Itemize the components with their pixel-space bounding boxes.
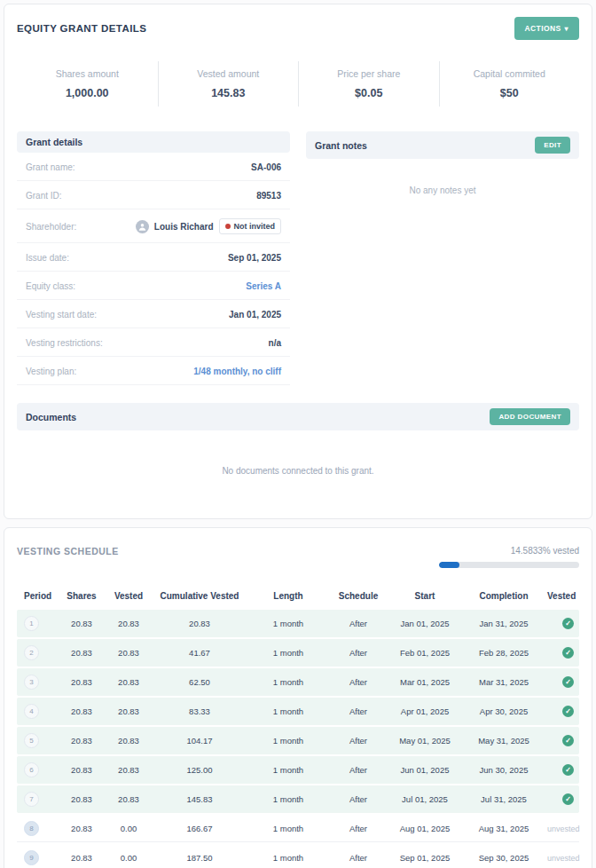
cumulative-cell: 166.67 bbox=[150, 824, 249, 833]
page-title: EQUITY GRANT DETAILS bbox=[17, 23, 146, 34]
shares-cell: 20.83 bbox=[56, 619, 107, 628]
period-number: 2 bbox=[24, 645, 39, 660]
schedule-cell: After bbox=[327, 706, 389, 716]
length-cell: 1 month bbox=[249, 648, 327, 658]
schedule-cell: After bbox=[327, 765, 389, 775]
detail-value: 89513 bbox=[256, 191, 281, 201]
stat-label: Price per share bbox=[299, 68, 439, 79]
detail-label: Shareholder: bbox=[26, 222, 76, 232]
vested-status-cell: ✓ bbox=[547, 706, 579, 717]
vested-status-cell: ✓ bbox=[547, 647, 579, 659]
shareholder-name: Louis Richard bbox=[154, 222, 214, 232]
period-number: 8 bbox=[24, 821, 39, 836]
detail-label: Vesting start date: bbox=[26, 310, 97, 320]
period-number: 7 bbox=[24, 792, 39, 807]
shares-cell: 20.83 bbox=[56, 853, 107, 863]
period-number: 9 bbox=[24, 850, 39, 865]
cumulative-cell: 187.50 bbox=[150, 853, 249, 863]
vested-check-icon: ✓ bbox=[562, 676, 574, 688]
stat-value: 145.83 bbox=[159, 87, 299, 99]
vested-cell: 20.83 bbox=[107, 736, 150, 746]
start-cell: Apr 01, 2025 bbox=[389, 706, 460, 716]
shares-cell: 20.83 bbox=[56, 706, 107, 716]
status-dot-icon bbox=[225, 224, 231, 229]
completion-cell: Apr 30, 2025 bbox=[460, 706, 547, 716]
detail-value-link[interactable]: Series A bbox=[246, 281, 281, 291]
grant-detail-row: Grant ID:89513 bbox=[17, 181, 290, 209]
period-number: 5 bbox=[24, 733, 39, 748]
vested-status-cell: ✓ bbox=[547, 618, 579, 629]
column-header: Length bbox=[249, 591, 327, 601]
completion-cell: Mar 31, 2025 bbox=[460, 677, 547, 687]
detail-label: Vesting restrictions: bbox=[26, 338, 103, 348]
completion-cell: Jul 31, 2025 bbox=[460, 794, 547, 804]
schedule-cell: After bbox=[327, 648, 389, 658]
column-header: Vested bbox=[547, 591, 581, 601]
add-document-button[interactable]: ADD DOCUMENT bbox=[490, 408, 570, 425]
stat-value: $50 bbox=[440, 87, 580, 99]
stat-label: Vested amount bbox=[159, 68, 299, 79]
grant-detail-row: Equity class:Series A bbox=[17, 272, 290, 300]
vesting-table-body: 120.8320.8320.831 monthAfterJan 01, 2025… bbox=[17, 610, 579, 868]
stats-row: Shares amount1,000.00Vested amount145.83… bbox=[17, 56, 579, 119]
stat-card: Capital commited$50 bbox=[439, 61, 580, 107]
stat-card: Shares amount1,000.00 bbox=[17, 61, 158, 107]
start-cell: Sep 01, 2025 bbox=[389, 853, 460, 863]
detail-label: Equity class: bbox=[26, 281, 75, 291]
schedule-cell: After bbox=[327, 736, 389, 746]
grant-detail-row: Grant name:SA-006 bbox=[17, 153, 290, 181]
chevron-down-icon: ▾ bbox=[565, 25, 569, 33]
documents-empty-state: No documents connected to this grant. bbox=[17, 466, 579, 476]
vesting-schedule-card: VESTING SCHEDULE 14.5833% vested PeriodS… bbox=[4, 527, 592, 868]
length-cell: 1 month bbox=[249, 677, 327, 687]
column-header: Shares bbox=[56, 591, 107, 601]
table-row: 320.8320.8362.501 monthAfterMar 01, 2025… bbox=[17, 668, 579, 696]
stat-label: Shares amount bbox=[17, 68, 158, 79]
column-header: Completion bbox=[460, 591, 547, 601]
vested-check-icon: ✓ bbox=[562, 647, 574, 659]
actions-button-label: ACTIONS bbox=[525, 24, 561, 33]
vested-status-cell: ✓ bbox=[547, 764, 579, 776]
shares-cell: 20.83 bbox=[56, 765, 107, 775]
shares-cell: 20.83 bbox=[56, 736, 107, 746]
grant-detail-row: Issue date:Sep 01, 2025 bbox=[17, 243, 290, 272]
grant-details-panel: Grant details Grant name:SA-006Grant ID:… bbox=[17, 131, 290, 385]
vested-check-icon: ✓ bbox=[562, 793, 574, 805]
length-cell: 1 month bbox=[249, 736, 327, 746]
detail-label: Issue date: bbox=[26, 253, 69, 263]
period-cell: 1 bbox=[17, 616, 56, 631]
equity-grant-details-card: EQUITY GRANT DETAILS ACTIONS▾ Shares amo… bbox=[4, 4, 592, 519]
page: EQUITY GRANT DETAILS ACTIONS▾ Shares amo… bbox=[0, 0, 596, 868]
grant-details-header: Grant details bbox=[17, 131, 290, 153]
vesting-progress: 14.5833% vested bbox=[439, 546, 579, 568]
vested-cell: 0.00 bbox=[107, 853, 150, 863]
start-cell: Aug 01, 2025 bbox=[389, 824, 460, 833]
actions-button[interactable]: ACTIONS▾ bbox=[514, 17, 579, 40]
detail-value: n/a bbox=[269, 338, 281, 348]
length-cell: 1 month bbox=[249, 765, 327, 775]
vested-cell: 20.83 bbox=[107, 765, 150, 775]
detail-value-link[interactable]: 1/48 monthly, no cliff bbox=[193, 367, 281, 376]
period-number: 4 bbox=[24, 704, 39, 719]
unvested-label: unvested bbox=[547, 854, 580, 863]
table-row: 120.8320.8320.831 monthAfterJan 01, 2025… bbox=[17, 610, 579, 637]
card-header: EQUITY GRANT DETAILS ACTIONS▾ bbox=[17, 17, 579, 40]
period-cell: 6 bbox=[17, 762, 56, 777]
details-notes-columns: Grant details Grant name:SA-006Grant ID:… bbox=[17, 131, 579, 385]
detail-value: SA-006 bbox=[251, 162, 281, 172]
vesting-progress-fill bbox=[439, 562, 459, 568]
table-row: 720.8320.83145.831 monthAfterJul 01, 202… bbox=[17, 785, 579, 813]
start-cell: Mar 01, 2025 bbox=[389, 677, 460, 687]
vested-cell: 20.83 bbox=[107, 706, 150, 716]
vested-cell: 20.83 bbox=[107, 677, 150, 687]
completion-cell: Aug 31, 2025 bbox=[460, 824, 547, 833]
vested-check-icon: ✓ bbox=[562, 618, 574, 629]
start-cell: May 01, 2025 bbox=[389, 736, 460, 746]
start-cell: Jun 01, 2025 bbox=[389, 765, 460, 775]
shareholder-value: Louis RichardNot invited bbox=[136, 218, 281, 234]
period-number: 3 bbox=[24, 675, 39, 690]
shares-cell: 20.83 bbox=[56, 824, 107, 833]
edit-notes-button[interactable]: EDIT bbox=[535, 137, 570, 154]
vested-check-icon: ✓ bbox=[562, 706, 574, 717]
stat-value: $0.05 bbox=[299, 87, 439, 99]
